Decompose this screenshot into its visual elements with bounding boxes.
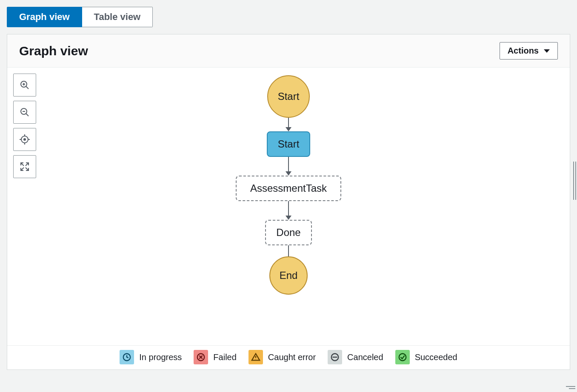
tab-table-view[interactable]: Table view <box>82 7 153 27</box>
edge-3 <box>286 201 291 220</box>
legend-failed: Failed <box>194 350 236 364</box>
graph-panel: Graph view Actions <box>7 34 570 370</box>
cancel-icon <box>328 350 342 364</box>
clock-icon <box>120 350 134 364</box>
resize-handle-right[interactable] <box>573 162 577 200</box>
caret-down-icon <box>544 49 550 53</box>
svg-point-26 <box>399 354 406 361</box>
panel-body: Start Start AssessmentTask Done End <box>7 68 570 345</box>
resize-handle-corner[interactable] <box>566 386 575 390</box>
actions-label: Actions <box>508 46 539 56</box>
node-end-terminal[interactable]: End <box>269 256 308 295</box>
node-done[interactable]: Done <box>265 220 311 245</box>
actions-button[interactable]: Actions <box>500 42 558 60</box>
view-tabs: Graph view Table view <box>7 7 570 27</box>
legend-canceled: Canceled <box>328 350 383 364</box>
legend-label: Succeeded <box>415 352 457 362</box>
edge-1 <box>286 118 291 131</box>
success-icon <box>395 350 410 364</box>
panel-header: Graph view Actions <box>7 34 570 68</box>
panel-title: Graph view <box>19 44 88 58</box>
legend-label: Caught error <box>268 352 316 362</box>
legend-caught-error: Caught error <box>249 350 316 364</box>
graph-canvas[interactable]: Start Start AssessmentTask Done End <box>7 68 570 345</box>
node-assessment-task[interactable]: AssessmentTask <box>236 176 341 201</box>
legend-label: Failed <box>213 352 236 362</box>
legend-in-progress: In progress <box>120 350 182 364</box>
error-icon <box>194 350 208 364</box>
tab-graph-view[interactable]: Graph view <box>7 7 82 27</box>
node-start-state[interactable]: Start <box>267 131 311 157</box>
status-legend: In progress Failed Caught error Canceled <box>7 345 570 369</box>
workflow-flow: Start Start AssessmentTask Done End <box>236 75 341 345</box>
legend-succeeded: Succeeded <box>395 350 457 364</box>
edge-4 <box>288 245 289 256</box>
warning-icon <box>249 350 263 364</box>
node-start-terminal[interactable]: Start <box>267 75 310 118</box>
edge-2 <box>286 157 291 176</box>
legend-label: Canceled <box>347 352 383 362</box>
legend-label: In progress <box>139 352 182 362</box>
